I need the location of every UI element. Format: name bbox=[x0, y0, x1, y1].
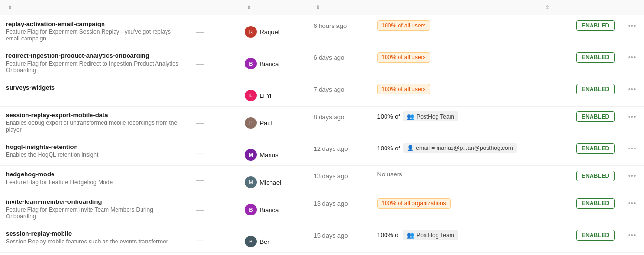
creator-cell: B Bianca bbox=[239, 47, 308, 79]
key-name[interactable]: invite-team-member-onboarding bbox=[6, 198, 185, 205]
email-icon: 👤 bbox=[407, 145, 414, 151]
status-cell: ENABLED bbox=[538, 166, 621, 193]
avatar: M bbox=[245, 149, 257, 161]
actions-cell[interactable]: ••• bbox=[620, 47, 644, 79]
creator-cell: B Ben bbox=[239, 225, 308, 253]
col-header-actions bbox=[620, 0, 644, 15]
release-cell: 100% of all users bbox=[372, 47, 538, 79]
release-badge: 100% of all organizations bbox=[377, 198, 451, 209]
creator-name: Ben bbox=[259, 238, 270, 245]
row-actions-button[interactable]: ••• bbox=[628, 200, 637, 207]
creator-cell: B Bianca bbox=[239, 193, 308, 225]
row-actions-button[interactable]: ••• bbox=[628, 172, 637, 180]
created-cell: 6 hours ago bbox=[308, 15, 372, 47]
avatar: P bbox=[245, 117, 257, 129]
created-sort-icon[interactable]: ⇓ bbox=[316, 5, 320, 10]
status-cell: ENABLED bbox=[538, 15, 621, 47]
key-cell: invite-team-member-onboarding Feature Fl… bbox=[0, 193, 191, 225]
key-cell: session-replay-export-mobile-data Enable… bbox=[0, 107, 191, 138]
status-sort-icon[interactable]: ⇕ bbox=[545, 5, 549, 10]
key-name[interactable]: replay-activation-email-campaign bbox=[6, 20, 185, 27]
actions-cell[interactable]: ••• bbox=[620, 166, 644, 193]
tags-cell: — bbox=[191, 166, 240, 193]
release-cell: 100% of all users bbox=[372, 79, 538, 107]
actions-cell[interactable]: ••• bbox=[620, 107, 644, 138]
row-actions-button[interactable]: ••• bbox=[628, 145, 637, 152]
status-badge: ENABLED bbox=[576, 20, 615, 31]
release-badge: 100% of all users bbox=[377, 84, 430, 94]
key-description: Session Replay mobile features such as t… bbox=[6, 238, 185, 245]
created-cell: 16 days ago bbox=[308, 253, 372, 255]
key-name[interactable]: hogql-insights-retention bbox=[6, 143, 185, 150]
creator-name: Raquel bbox=[259, 28, 279, 36]
release-badge: 100% of all users bbox=[377, 52, 430, 63]
release-cell: 100% of 👥 PostHog Team bbox=[372, 225, 538, 253]
row-actions-button[interactable]: ••• bbox=[628, 85, 637, 93]
creator-cell: L Li Yi bbox=[239, 79, 308, 107]
created-cell: 13 days ago bbox=[308, 166, 372, 193]
key-name[interactable]: session-replay-export-mobile-data bbox=[6, 111, 185, 119]
release-condition-badge: 👥 PostHog Team bbox=[403, 111, 458, 121]
col-header-created[interactable]: ⇓ bbox=[308, 0, 372, 15]
actions-cell[interactable]: ••• bbox=[620, 79, 644, 107]
col-header-status[interactable]: ⇕ bbox=[538, 0, 621, 15]
key-description: Feature Flag for Experiment Redirect to … bbox=[6, 60, 185, 74]
table-row: replay-activation-email-campaign Feature… bbox=[0, 15, 644, 47]
release-condition-badge: 👤 email = marius@p...an@posthog.com bbox=[403, 143, 516, 153]
key-sort-icon[interactable]: ⇕ bbox=[8, 5, 12, 10]
tags-cell: — bbox=[191, 193, 240, 225]
row-actions-button[interactable]: ••• bbox=[628, 54, 637, 61]
key-cell: surveys-widgets bbox=[0, 79, 191, 107]
key-description: Enables debug export of untransformed mo… bbox=[6, 120, 185, 133]
actions-cell[interactable]: ••• bbox=[620, 193, 644, 225]
status-badge: ENABLED bbox=[576, 230, 615, 241]
release-condition-text: email = marius@p...an@posthog.com bbox=[416, 145, 513, 151]
key-cell: scheduled-changes-feature-flags Adds the… bbox=[0, 253, 191, 255]
created-cell: 8 days ago bbox=[308, 107, 372, 138]
key-cell: redirect-ingestion-product-analytics-onb… bbox=[0, 47, 191, 79]
table-row: scheduled-changes-feature-flags Adds the… bbox=[0, 253, 644, 255]
status-cell: ENABLED bbox=[538, 138, 621, 166]
key-name[interactable]: surveys-widgets bbox=[6, 84, 185, 91]
row-actions-button[interactable]: ••• bbox=[628, 22, 637, 29]
col-header-key[interactable]: ⇕ bbox=[0, 0, 191, 15]
actions-cell[interactable]: ••• bbox=[620, 15, 644, 47]
creator-cell: R Raquel bbox=[239, 15, 308, 47]
release-inline: 100% of 👥 PostHog Team bbox=[377, 111, 532, 121]
actions-cell[interactable]: ••• bbox=[620, 253, 644, 255]
creator-name: Marius bbox=[259, 151, 278, 159]
release-cell: No users bbox=[372, 166, 538, 193]
actions-cell[interactable]: ••• bbox=[620, 225, 644, 253]
key-cell: hedgehog-mode Feature Flag for Feature H… bbox=[0, 166, 191, 193]
creator-name: Paul bbox=[259, 120, 272, 127]
table-row: session-replay-export-mobile-data Enable… bbox=[0, 107, 644, 138]
tags-cell: — bbox=[191, 138, 240, 166]
status-badge: ENABLED bbox=[576, 198, 615, 209]
avatar: B bbox=[245, 204, 257, 215]
release-cell: 100% of 👤 email = marius@p...an@posthog.… bbox=[372, 138, 538, 166]
table-row: invite-team-member-onboarding Feature Fl… bbox=[0, 193, 644, 225]
key-name[interactable]: redirect-ingestion-product-analytics-onb… bbox=[6, 52, 185, 59]
createdby-sort-icon[interactable]: ⇕ bbox=[247, 5, 251, 10]
row-actions-button[interactable]: ••• bbox=[628, 113, 637, 121]
key-name[interactable]: hedgehog-mode bbox=[6, 171, 185, 178]
tags-cell: — bbox=[191, 225, 240, 253]
actions-cell[interactable]: ••• bbox=[620, 138, 644, 166]
key-cell: session-replay-mobile Session Replay mob… bbox=[0, 225, 191, 253]
status-cell: ENABLED bbox=[538, 253, 621, 255]
key-description: Feature Flag for Experiment Invite Team … bbox=[6, 206, 185, 220]
table-row: surveys-widgets — L Li Yi 7 days ago 100… bbox=[0, 79, 644, 107]
release-badge: 100% of all users bbox=[377, 20, 430, 31]
status-badge: ENABLED bbox=[576, 52, 615, 63]
row-actions-button[interactable]: ••• bbox=[628, 231, 637, 239]
status-badge: ENABLED bbox=[576, 143, 615, 154]
key-name[interactable]: session-replay-mobile bbox=[6, 230, 185, 237]
status-badge: ENABLED bbox=[576, 84, 615, 94]
team-icon: 👥 bbox=[407, 231, 414, 239]
key-description: Feature Flag for Experiment Session Repl… bbox=[6, 28, 185, 42]
release-inline: 100% of 👤 email = marius@p...an@posthog.… bbox=[377, 143, 532, 153]
col-header-createdby[interactable]: ⇕ bbox=[239, 0, 308, 15]
avatar: B bbox=[245, 58, 257, 69]
feature-flags-table: ⇕ ⇕ ⇓ bbox=[0, 0, 644, 255]
creator-name: Michael bbox=[259, 179, 281, 186]
